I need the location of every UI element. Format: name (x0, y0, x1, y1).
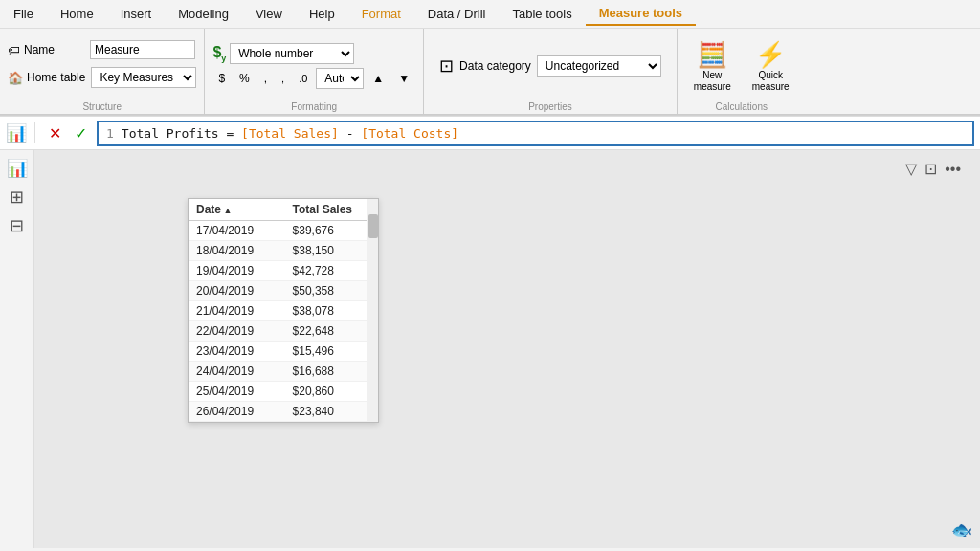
scrollbar-thumb[interactable] (368, 214, 378, 238)
table-row: 18/04/2019$38,150 (189, 241, 367, 261)
sales-cell: $15,496 (285, 342, 367, 362)
content-area: ▽ ⊡ ••• Date Total Sales 17/04/2 (34, 150, 980, 548)
properties-group: ⊡ Data category Uncategorized Address Ci… (424, 29, 678, 114)
data-category-icon: ⊡ (439, 55, 454, 77)
table-row: 19/04/2019$42,728 (189, 261, 367, 281)
table-row: 24/04/2019$16,688 (189, 362, 367, 382)
sales-cell: $42,728 (285, 261, 367, 281)
dollar-format-icon: $y (212, 44, 226, 63)
home-table-label: Home table (27, 71, 85, 84)
new-measure-label: Newmeasure (694, 70, 731, 93)
date-column-header[interactable]: Date (189, 199, 285, 221)
data-category-select[interactable]: Uncategorized Address City Country (537, 55, 661, 77)
formatting-label: Formatting (212, 101, 415, 112)
sidebar-model-icon[interactable]: ⊟ (10, 215, 24, 236)
table-toolbar: ▽ ⊡ ••• (905, 160, 961, 178)
date-cell: 26/04/2019 (189, 402, 285, 422)
sales-cell: $20,860 (285, 382, 367, 402)
data-table: Date Total Sales 17/04/2019$39,67618/04/… (189, 199, 367, 422)
formula-minus: - (339, 126, 361, 141)
menu-format[interactable]: Format (348, 3, 414, 25)
cancel-formula-button[interactable]: ✕ (45, 122, 65, 144)
table-row: 25/04/2019$20,860 (189, 382, 367, 402)
date-cell: 22/04/2019 (189, 321, 285, 342)
percent-button[interactable]: % (234, 69, 256, 88)
left-sidebar: 📊 ⊞ ⊟ (0, 150, 34, 548)
filter-icon[interactable]: ▽ (905, 160, 917, 178)
formula-text-normal: Total Profits = (122, 126, 241, 141)
date-cell: 18/04/2019 (189, 241, 285, 261)
formatting-group: $y Whole number Decimal number Currency … (205, 29, 424, 114)
sidebar-table-icon[interactable]: ⊞ (10, 187, 24, 208)
decrement-button[interactable]: ▼ (392, 69, 415, 88)
name-field-row: 🏷 Name (8, 40, 196, 59)
formula-bracket-close: ] (331, 126, 339, 141)
total-sales-column-header[interactable]: Total Sales (285, 199, 367, 221)
structure-group: 🏷 Name 🏠 Home table Key Measures Sales C… (0, 29, 205, 114)
menu-home[interactable]: Home (47, 3, 107, 25)
format-dropdown[interactable]: Whole number Decimal number Currency Per… (230, 43, 354, 64)
quick-measure-button[interactable]: ⚡ Quickmeasure (744, 35, 798, 98)
menu-modeling[interactable]: Modeling (165, 3, 242, 25)
menu-data-drill[interactable]: Data / Drill (414, 3, 500, 25)
date-cell: 20/04/2019 (189, 281, 285, 301)
date-cell: 21/04/2019 (189, 301, 285, 321)
watermark: 🐟 (951, 519, 972, 540)
sales-cell: $16,688 (285, 362, 367, 382)
quick-measure-label: Quickmeasure (752, 70, 790, 93)
formula-bracket-close2: ] (451, 126, 458, 141)
sales-cell: $22,648 (285, 321, 367, 342)
table-row: 22/04/2019$22,648 (189, 321, 367, 342)
new-measure-button[interactable]: 🧮 Newmeasure (685, 35, 740, 98)
increment-button[interactable]: ▲ (367, 69, 390, 88)
data-table-container: Date Total Sales 17/04/2019$39,67618/04/… (188, 198, 379, 423)
date-cell: 24/04/2019 (189, 362, 285, 382)
properties-label: Properties (439, 101, 661, 112)
chart-icon: 📊 (6, 122, 35, 143)
data-category-label: Data category (459, 59, 531, 73)
menu-table-tools[interactable]: Table tools (499, 3, 585, 25)
sales-cell: $38,150 (285, 241, 367, 261)
table-row: 26/04/2019$23,840 (189, 402, 367, 422)
calculations-label: Calculations (685, 101, 798, 112)
menu-file[interactable]: File (0, 3, 47, 25)
menu-measure-tools[interactable]: Measure tools (586, 2, 696, 26)
date-cell: 23/04/2019 (189, 342, 285, 362)
formula-total-sales: Total Sales (249, 126, 331, 141)
formula-bracket-open: [ (241, 126, 249, 141)
menu-bar: File Home Insert Modeling View Help Form… (0, 0, 980, 29)
menu-insert[interactable]: Insert (107, 3, 166, 25)
calculator-icon: 🧮 (697, 40, 727, 70)
home-table-select[interactable]: Key Measures Sales Costs (91, 67, 196, 88)
sales-cell: $23,840 (285, 402, 367, 422)
formula-total-costs: Total Costs (368, 126, 451, 141)
home-table-field-row: 🏠 Home table Key Measures Sales Costs (8, 67, 196, 88)
table-row: 23/04/2019$15,496 (189, 342, 367, 362)
decimal-inc-button[interactable]: .0 (293, 70, 313, 87)
sidebar-chart-icon[interactable]: 📊 (7, 158, 28, 179)
sales-cell: $38,078 (285, 301, 367, 321)
auto-select[interactable]: Auto 0 1 2 (316, 68, 364, 89)
confirm-formula-button[interactable]: ✓ (71, 122, 91, 144)
comma-button[interactable]: , (258, 69, 273, 88)
name-input[interactable] (90, 40, 195, 59)
table-row: 21/04/2019$38,078 (189, 301, 367, 321)
date-cell: 17/04/2019 (189, 221, 285, 241)
calculations-group: 🧮 Newmeasure ⚡ Quickmeasure Calculations (678, 29, 806, 114)
formula-line-number: 1 (106, 126, 114, 141)
sales-cell: $39,676 (285, 221, 367, 241)
formula-input[interactable]: 1Total Profits = [Total Sales] - [Total … (97, 121, 974, 146)
sales-cell: $50,358 (285, 281, 367, 301)
date-cell: 25/04/2019 (189, 382, 285, 402)
more-options-icon[interactable]: ••• (945, 161, 961, 178)
menu-help[interactable]: Help (296, 3, 348, 25)
main-area: 📊 ⊞ ⊟ ▽ ⊡ ••• Date Total Sales (0, 150, 980, 548)
home-icon: 🏠 (8, 71, 23, 85)
ribbon: 🏷 Name 🏠 Home table Key Measures Sales C… (0, 29, 980, 116)
focus-icon[interactable]: ⊡ (924, 160, 937, 178)
currency-button[interactable]: $ (212, 69, 231, 88)
menu-view[interactable]: View (242, 3, 296, 25)
formula-bar: 📊 ✕ ✓ 1Total Profits = [Total Sales] - [… (0, 116, 980, 150)
decimal-button[interactable]: , (276, 70, 290, 87)
structure-label: Structure (8, 101, 196, 112)
